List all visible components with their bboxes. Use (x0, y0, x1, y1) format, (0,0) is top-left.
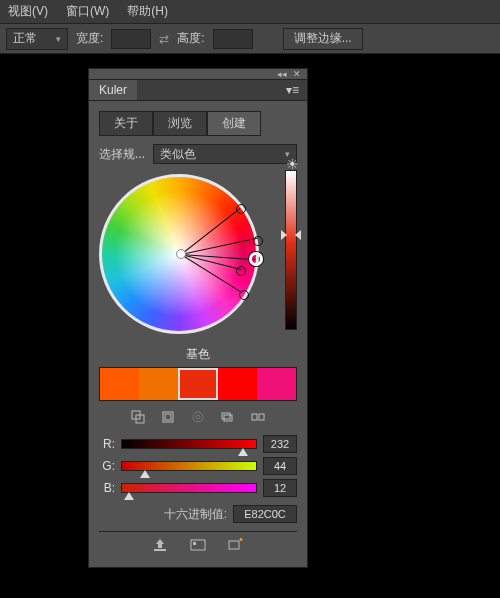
refine-edges-button[interactable]: 调整边缘... (283, 28, 363, 50)
swatch-strip (99, 367, 297, 401)
panel-footer (99, 531, 297, 557)
svg-rect-3 (165, 414, 171, 420)
swap-dimensions-icon[interactable]: ⇄ (159, 32, 169, 46)
b-slider[interactable] (121, 483, 257, 493)
panel-body: 关于 浏览 创建 选择规... 类似色 ▾ ☀ (89, 101, 307, 567)
menu-help[interactable]: 帮助(H) (127, 3, 168, 20)
menu-window[interactable]: 窗口(W) (66, 3, 109, 20)
save-swatch-icon[interactable] (189, 537, 207, 553)
slider-row-g: G: 44 (99, 457, 297, 475)
canvas-stage: ◂◂ ✕ Kuler ▾≡ 关于 浏览 创建 选择规... 类似色 ▾ (0, 54, 500, 598)
b-value[interactable]: 12 (263, 479, 297, 497)
g-value[interactable]: 44 (263, 457, 297, 475)
swatch-action-icon-1[interactable] (130, 409, 146, 425)
tab-about[interactable]: 关于 (99, 111, 153, 136)
svg-point-4 (193, 412, 203, 422)
swatch-action-icon-3[interactable] (190, 409, 206, 425)
svg-rect-6 (224, 415, 232, 421)
svg-rect-12 (193, 542, 196, 545)
brightness-slider[interactable] (285, 170, 297, 330)
slider-row-b: B: 12 (99, 479, 297, 497)
wheel-handle[interactable] (236, 266, 246, 276)
g-label: G: (99, 459, 115, 473)
b-knob[interactable] (124, 492, 134, 500)
wheel-area: ☀ (99, 170, 297, 346)
panel-header-icons: ◂◂ ✕ (89, 69, 307, 79)
swatch-3[interactable] (218, 368, 257, 400)
rule-select[interactable]: 类似色 ▾ (153, 144, 297, 164)
app-menubar: 视图(V) 窗口(W) 帮助(H) (0, 0, 500, 24)
panel-menu-icon[interactable]: ▾≡ (278, 83, 307, 97)
chevron-down-icon: ▾ (56, 34, 61, 44)
width-label: 宽度: (76, 30, 103, 47)
brightness-handle[interactable] (281, 230, 301, 240)
menu-view[interactable]: 视图(V) (8, 3, 48, 20)
swatch-4[interactable] (257, 368, 296, 400)
wheel-handle[interactable] (253, 236, 263, 246)
hex-row: 十六进制值: E82C0C (99, 505, 297, 523)
g-slider[interactable] (121, 461, 257, 471)
blend-mode-select[interactable]: 正常 ▾ (6, 28, 68, 50)
hex-label: 十六进制值: (164, 506, 227, 523)
b-label: B: (99, 481, 115, 495)
rule-value: 类似色 (160, 146, 196, 163)
panel-tabbar: Kuler ▾≡ (89, 79, 307, 101)
tab-browse-label: 浏览 (168, 116, 192, 130)
height-field[interactable] (213, 29, 253, 49)
svg-rect-9 (259, 414, 264, 420)
r-label: R: (99, 437, 115, 451)
swatch-0[interactable] (100, 368, 139, 400)
wheel-handle[interactable] (239, 290, 249, 300)
height-label: 高度: (177, 30, 204, 47)
wheel-handle-base[interactable] (249, 252, 263, 266)
panel-title-tab[interactable]: Kuler (89, 80, 137, 100)
kuler-mode-tabs: 关于 浏览 创建 (99, 111, 297, 136)
swatch-1[interactable] (139, 368, 178, 400)
wheel-center-dot (176, 249, 186, 259)
svg-rect-10 (154, 549, 166, 551)
swatch-action-icon-5[interactable] (250, 409, 266, 425)
tab-create-label: 创建 (222, 116, 246, 130)
kuler-panel: ◂◂ ✕ Kuler ▾≡ 关于 浏览 创建 选择规... 类似色 ▾ (88, 68, 308, 568)
blend-mode-value: 正常 (13, 30, 37, 47)
svg-rect-8 (252, 414, 257, 420)
r-slider[interactable] (121, 439, 257, 449)
panel-collapse-icon[interactable]: ◂◂ (277, 69, 287, 79)
swatch-action-icon-2[interactable] (160, 409, 176, 425)
r-value[interactable]: 232 (263, 435, 297, 453)
svg-point-5 (196, 415, 200, 419)
panel-close-icon[interactable]: ✕ (293, 69, 301, 79)
base-color-label: 基色 (99, 346, 297, 363)
svg-rect-13 (229, 541, 239, 549)
g-knob[interactable] (140, 470, 150, 478)
tab-about-label: 关于 (114, 116, 138, 130)
rule-label: 选择规... (99, 146, 145, 163)
add-to-swatches-icon[interactable] (227, 537, 245, 553)
swatch-action-icon-4[interactable] (220, 409, 236, 425)
tab-browse[interactable]: 浏览 (153, 111, 207, 136)
upload-icon[interactable] (151, 537, 169, 553)
svg-rect-7 (222, 413, 230, 419)
options-toolbar: 正常 ▾ 宽度: ⇄ 高度: 调整边缘... (0, 24, 500, 54)
swatch-2[interactable] (178, 368, 217, 400)
swatch-action-row (99, 409, 297, 425)
tab-create[interactable]: 创建 (207, 111, 261, 136)
rule-row: 选择规... 类似色 ▾ (99, 144, 297, 164)
width-field[interactable] (111, 29, 151, 49)
slider-row-r: R: 232 (99, 435, 297, 453)
panel-title: Kuler (99, 83, 127, 97)
refine-edges-label: 调整边缘... (294, 30, 352, 47)
r-knob[interactable] (238, 448, 248, 456)
hex-value[interactable]: E82C0C (233, 505, 297, 523)
wheel-handle[interactable] (236, 204, 246, 214)
